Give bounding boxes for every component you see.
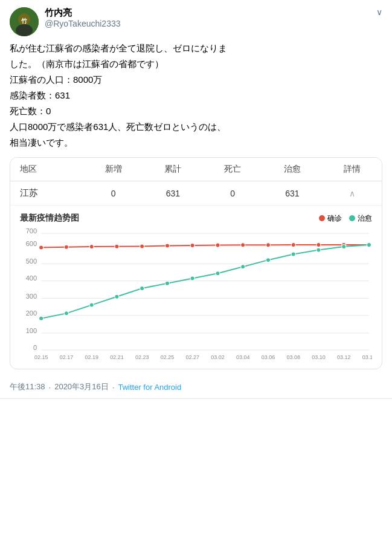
col-xinzeng: 新増 bbox=[83, 158, 143, 181]
svg-text:03.08: 03.08 bbox=[286, 354, 300, 360]
tweet-container: 竹 竹内亮 @RyoTakeuchi2333 ∨ 私が住む江蘇省の感染者が全て退… bbox=[0, 0, 392, 399]
svg-text:400: 400 bbox=[26, 274, 37, 282]
svg-point-42 bbox=[241, 265, 245, 269]
legend-quezhen: 确诊 bbox=[319, 213, 342, 224]
chart-title: 最新疫情趋势图 bbox=[20, 213, 79, 224]
svg-text:03.15: 03.15 bbox=[362, 354, 372, 360]
svg-point-40 bbox=[190, 276, 194, 280]
svg-point-28 bbox=[241, 243, 245, 247]
svg-point-22 bbox=[89, 245, 94, 249]
svg-point-23 bbox=[115, 244, 119, 248]
svg-text:03.12: 03.12 bbox=[337, 354, 351, 360]
tweet-line-7: 相当凄いです。 bbox=[10, 135, 382, 150]
legend-zhiyu: 治愈 bbox=[349, 213, 372, 224]
zhiyu-dot bbox=[349, 215, 355, 221]
table-header-row: 地区 新増 累計 死亡 治愈 詳情 bbox=[10, 158, 382, 181]
chart-area: 最新疫情趋势图 确诊 治愈 0 100 200 bbox=[10, 206, 382, 369]
user-handle[interactable]: @RyoTakeuchi2333 bbox=[45, 19, 376, 28]
svg-text:600: 600 bbox=[26, 240, 37, 247]
svg-text:02.21: 02.21 bbox=[110, 354, 124, 360]
user-name[interactable]: 竹内亮 bbox=[45, 7, 376, 19]
svg-text:500: 500 bbox=[26, 258, 37, 265]
svg-point-38 bbox=[140, 287, 144, 291]
svg-point-43 bbox=[266, 258, 270, 262]
svg-text:02.23: 02.23 bbox=[135, 354, 149, 360]
avatar[interactable]: 竹 bbox=[10, 7, 39, 36]
stats-table: 地区 新増 累計 死亡 治愈 詳情 江苏 0 631 0 631 ∧ bbox=[10, 158, 382, 206]
svg-point-30 bbox=[291, 243, 295, 247]
svg-point-20 bbox=[39, 245, 43, 250]
svg-text:02.27: 02.27 bbox=[185, 354, 199, 360]
svg-text:02.15: 02.15 bbox=[34, 354, 48, 360]
svg-point-45 bbox=[316, 248, 321, 252]
svg-point-34 bbox=[39, 316, 43, 320]
tweet-line-3: 江蘇省の人口：8000万 bbox=[10, 73, 382, 87]
cell-siwang: 0 bbox=[203, 181, 263, 206]
svg-text:竹: 竹 bbox=[21, 18, 28, 24]
col-zhiyu: 治愈 bbox=[262, 158, 322, 181]
tweet-line-6: 人口8000万で感染者631人、死亡数ゼロというのは、 bbox=[10, 120, 382, 134]
svg-point-36 bbox=[89, 303, 94, 307]
chevron-up-icon: ∧ bbox=[349, 189, 355, 198]
table-row: 江苏 0 631 0 631 ∧ bbox=[10, 181, 382, 206]
svg-point-35 bbox=[64, 311, 68, 316]
chevron-down-icon[interactable]: ∨ bbox=[376, 7, 382, 17]
footer-time: 午後11:38 bbox=[10, 381, 45, 392]
user-info: 竹内亮 @RyoTakeuchi2333 bbox=[45, 7, 376, 28]
chart-legend: 确诊 治愈 bbox=[319, 213, 372, 224]
cell-expand[interactable]: ∧ bbox=[322, 181, 382, 206]
svg-point-24 bbox=[140, 244, 144, 248]
svg-point-29 bbox=[266, 243, 270, 247]
cell-leiji: 631 bbox=[143, 181, 203, 206]
svg-text:02.19: 02.19 bbox=[85, 354, 98, 360]
col-siwang: 死亡 bbox=[203, 158, 263, 181]
svg-text:100: 100 bbox=[26, 327, 37, 334]
svg-point-27 bbox=[216, 243, 220, 247]
chart-svg-container: 0 100 200 300 400 500 600 700 bbox=[20, 228, 372, 364]
chart-svg: 0 100 200 300 400 500 600 700 bbox=[20, 228, 372, 362]
svg-text:0: 0 bbox=[33, 344, 37, 351]
tweet-line-1: 私が住む江蘇省の感染者が全て退院し、ゼロになりま bbox=[10, 41, 382, 56]
svg-point-47 bbox=[367, 243, 371, 247]
svg-text:03.06: 03.06 bbox=[262, 354, 275, 360]
svg-point-44 bbox=[291, 252, 295, 256]
col-region: 地区 bbox=[10, 158, 83, 181]
svg-point-37 bbox=[115, 294, 119, 299]
footer-separator2: · bbox=[112, 383, 115, 392]
tweet-line-5: 死亡数：0 bbox=[10, 104, 382, 118]
quezhen-dot bbox=[319, 215, 325, 221]
tweet-footer: 午後11:38 · 2020年3月16日 · Twitter for Andro… bbox=[10, 377, 382, 398]
svg-text:700: 700 bbox=[26, 228, 37, 235]
svg-point-41 bbox=[216, 271, 220, 276]
svg-text:300: 300 bbox=[26, 293, 37, 300]
legend-zhiyu-label: 治愈 bbox=[358, 213, 372, 224]
svg-text:03.04: 03.04 bbox=[236, 354, 250, 360]
tweet-header: 竹 竹内亮 @RyoTakeuchi2333 ∨ bbox=[10, 7, 382, 36]
tweet-body: 私が住む江蘇省の感染者が全て退院し、ゼロになりま した。（南京市は江蘇省の省都で… bbox=[10, 41, 382, 150]
col-xiangqing: 詳情 bbox=[322, 158, 382, 181]
chart-title-row: 最新疫情趋势图 确诊 治愈 bbox=[20, 213, 372, 224]
footer-separator: · bbox=[49, 383, 51, 392]
tweet-line-4: 感染者数：631 bbox=[10, 88, 382, 103]
svg-point-25 bbox=[165, 244, 169, 248]
cell-zhiyu: 631 bbox=[262, 181, 322, 206]
tweet-line-2: した。（南京市は江蘇省の省都です） bbox=[10, 57, 382, 71]
cell-xinzeng: 0 bbox=[83, 181, 143, 206]
svg-text:02.25: 02.25 bbox=[161, 354, 175, 360]
svg-point-31 bbox=[316, 243, 321, 247]
svg-point-26 bbox=[190, 243, 194, 247]
legend-quezhen-label: 确诊 bbox=[327, 213, 342, 224]
data-card: 地区 新増 累計 死亡 治愈 詳情 江苏 0 631 0 631 ∧ bbox=[10, 157, 382, 369]
svg-point-46 bbox=[342, 245, 346, 249]
svg-text:200: 200 bbox=[26, 310, 37, 317]
svg-point-39 bbox=[165, 281, 169, 285]
svg-text:02.17: 02.17 bbox=[60, 354, 74, 360]
svg-point-2 bbox=[16, 24, 33, 36]
svg-text:03.10: 03.10 bbox=[312, 354, 326, 360]
svg-text:03.02: 03.02 bbox=[211, 354, 225, 360]
cell-region: 江苏 bbox=[10, 181, 83, 206]
col-leiji: 累計 bbox=[143, 158, 203, 181]
footer-platform-link[interactable]: Twitter for Android bbox=[118, 383, 181, 392]
svg-point-21 bbox=[64, 245, 68, 249]
footer-date: 2020年3月16日 bbox=[54, 381, 109, 392]
